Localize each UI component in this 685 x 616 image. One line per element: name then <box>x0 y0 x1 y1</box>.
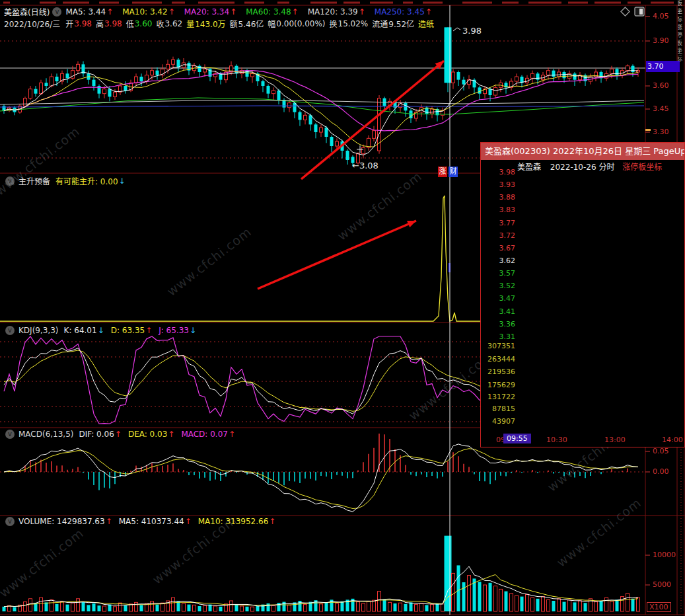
zhusheng-indicator-row: v主升预备有可能主升: 0.00↓ <box>4 175 126 186</box>
popup-header[interactable]: 美盈森(002303) 2022年10月26日 星期三 PageUp/Dow <box>481 143 684 160</box>
diamond-icon[interactable] <box>620 7 630 17</box>
popup-price-label: 3.83 <box>482 206 515 214</box>
axis-label: 3.60 <box>653 81 669 90</box>
label: MACD(6,13,5) <box>18 430 74 439</box>
label: MA250: 3.45 <box>375 7 425 17</box>
edge-strip-text: 涨停板坐标涨停板坐标涨停板坐标涨停板坐标涨停板坐标 <box>678 0 685 141</box>
chevron-circle-icon[interactable]: v <box>5 517 15 526</box>
label: ↓ <box>190 326 196 335</box>
popup-time-label: 10:30 <box>546 436 567 444</box>
label: K: 64.01 <box>64 326 97 335</box>
label: 15.02% <box>338 19 369 28</box>
volume-indicator-row: vVOLUME: 1429837.63↑MA5: 410373.44↑MA10:… <box>4 517 275 526</box>
label: MA5: 410373.44 <box>119 517 184 526</box>
label: ↑ <box>168 430 174 439</box>
signal-badge: 涨 <box>438 167 447 177</box>
label: 3.98 <box>104 19 122 28</box>
signal-badge: 财 <box>449 167 458 177</box>
chevron-circle-icon[interactable]: v <box>5 326 15 335</box>
last-price-badge: 3.70 <box>646 61 680 72</box>
label: MA120: 3.39 <box>308 7 358 17</box>
label: MA20: 3.34 <box>184 7 229 17</box>
label: 3.98 <box>74 19 92 28</box>
volume-unit-label: X100 <box>647 602 671 612</box>
label: 3.62 <box>164 19 182 28</box>
popup-price-label: 3.72 <box>482 231 515 240</box>
popup-price-label: 3.67 <box>482 244 515 252</box>
axis-label: 3.30 <box>653 128 669 136</box>
label: D: 63.35 <box>111 326 145 335</box>
axis-label: 10000 <box>653 551 676 559</box>
popup-price-label: 3.88 <box>482 193 515 202</box>
label: 低 <box>126 18 134 29</box>
label: DIF: 0.06 <box>79 430 114 439</box>
popup-price-label: 3.52 <box>482 282 515 290</box>
popup-price-label: 3.57 <box>482 269 515 278</box>
label: ↓ <box>119 176 126 186</box>
label: 幅 <box>268 18 275 29</box>
axis-label: 5000 <box>653 580 671 589</box>
label: 额 <box>230 18 238 29</box>
axis-label: 3.45 <box>653 104 669 113</box>
popup-price-label: 3.31 <box>482 332 515 341</box>
label: 换 <box>330 18 338 29</box>
axis-label: 4.05 <box>653 12 669 20</box>
chevron-circle-icon[interactable]: v <box>5 176 15 186</box>
label: MACD: 0.07 <box>181 430 228 439</box>
label: ↑ <box>292 7 299 17</box>
label: ↑ <box>106 7 113 17</box>
stock-app-window: 美盈森(日线)vMA5: 3.44↑MA10: 3.42↑MA20: 3.34↑… <box>0 0 685 616</box>
popup-volume-label: 43907 <box>482 417 515 426</box>
intraday-popup[interactable]: 美盈森(002303) 2022年10月26日 星期三 PageUp/Dow 美… <box>480 142 685 447</box>
main-chart-title-row: 美盈森(日线)vMA5: 3.44↑MA10: 3.42↑MA20: 3.34↑… <box>4 6 432 17</box>
label: 3.60 <box>135 19 153 28</box>
popup-price-label: 3.62 <box>482 256 515 265</box>
popup-time-label: 13:00 <box>604 436 626 444</box>
popup-time-label: 14:00 <box>662 436 683 444</box>
label: 美盈森(日线) <box>4 6 50 17</box>
axis-label: 0.05 <box>653 447 669 455</box>
label: ↑ <box>425 7 432 17</box>
popup-volume-label: 219536 <box>482 367 515 376</box>
label: MA10: 3.42 <box>122 7 167 17</box>
label: 9.52亿 <box>388 18 414 29</box>
chevron-circle-icon[interactable]: v <box>5 430 15 439</box>
popup-volume-label: 175629 <box>482 381 515 389</box>
popup-price-label: 3.47 <box>482 294 515 303</box>
label: KDJ(9,3,3) <box>18 326 59 335</box>
label: ↑ <box>359 7 365 17</box>
label: ↑ <box>230 7 236 17</box>
axis-label: 3.90 <box>653 36 669 45</box>
low-annotation: ←3.08 <box>352 161 379 171</box>
label: ↑ <box>106 517 112 526</box>
label: 收 <box>156 18 164 29</box>
label: 主升预备 <box>18 175 50 186</box>
popup-mode-label: 涨停板坐标 <box>622 163 662 172</box>
label: 5.46亿 <box>238 18 264 29</box>
label: J: 65.33 <box>159 326 189 335</box>
label: 2022/10/26/三 <box>4 18 60 29</box>
label: ↑ <box>229 430 235 439</box>
selected-time-badge: 09:55 <box>503 434 531 443</box>
popup-volume-label: 131722 <box>482 393 515 401</box>
chevron-circle-icon[interactable]: v <box>52 7 61 17</box>
label: 造纸 <box>418 18 434 29</box>
popup-stock-name: 美盈森 <box>517 163 541 172</box>
label: VOLUME: 1429837.63 <box>18 517 105 526</box>
daily-info-row: 2022/10/26/三开3.98高3.98低3.60收3.62量143.0万额… <box>4 18 434 29</box>
label: ↑ <box>168 7 175 17</box>
kdj-indicator-row: vKDJ(9,3,3)K: 64.01↓D: 63.35↑J: 65.33↓ <box>4 326 196 335</box>
popup-date-label: 2022-10-26 分时 <box>550 163 615 172</box>
label: 0.00(0.00%) <box>276 19 325 28</box>
label: ↓ <box>98 326 104 335</box>
popup-price-label: 3.36 <box>482 320 515 328</box>
popup-volume-label: 307351 <box>482 342 515 350</box>
label: MA10: 313952.66 <box>198 517 269 526</box>
popup-price-label: 3.93 <box>482 180 515 189</box>
label: 高 <box>96 18 104 29</box>
label: ↑ <box>145 326 152 335</box>
window-restore-icon[interactable] <box>634 7 645 17</box>
label: 开 <box>65 18 73 29</box>
popup-volume-label: 263444 <box>482 355 515 364</box>
label: 量 <box>186 18 194 29</box>
